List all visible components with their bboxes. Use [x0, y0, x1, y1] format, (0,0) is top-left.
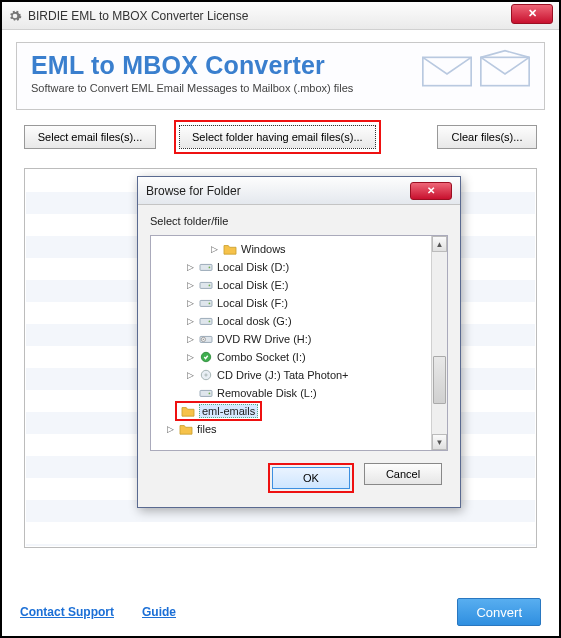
dialog-titlebar: Browse for Folder ✕	[138, 177, 460, 205]
expand-icon[interactable]: ▷	[185, 334, 195, 344]
cd-icon	[198, 368, 214, 382]
envelope-icon	[422, 49, 472, 89]
tree-node-label[interactable]: Combo Socket (I:)	[217, 351, 306, 363]
expand-icon[interactable]: ▷	[185, 316, 195, 326]
expand-icon[interactable]: ▷	[185, 352, 195, 362]
tree-node[interactable]: ▷DVD RW Drive (H:)	[155, 330, 447, 348]
tree-node[interactable]: ▷Local dosk (G:)	[155, 312, 447, 330]
dvd-icon	[198, 332, 214, 346]
dialog-close-button[interactable]: ✕	[410, 182, 452, 200]
tree-scrollbar[interactable]: ▲ ▼	[431, 236, 447, 450]
select-folder-highlight: Select folder having email files(s)...	[174, 120, 381, 154]
scroll-thumb[interactable]	[433, 356, 446, 404]
folder-icon	[180, 404, 196, 418]
expand-icon[interactable]: ▷	[209, 244, 219, 254]
dialog-button-row: OK Cancel	[150, 463, 448, 493]
browse-folder-dialog: Browse for Folder ✕ Select folder/file ▷…	[137, 176, 461, 508]
select-folder-button[interactable]: Select folder having email files(s)...	[179, 125, 376, 149]
expand-icon[interactable]: ▷	[185, 280, 195, 290]
select-email-files-button[interactable]: Select email files(s)...	[24, 125, 156, 149]
convert-button[interactable]: Convert	[457, 598, 541, 626]
ok-highlight: OK	[268, 463, 354, 493]
tree-node-label[interactable]: Removable Disk (L:)	[217, 387, 317, 399]
svg-point-3	[209, 267, 211, 269]
svg-point-5	[209, 285, 211, 287]
drive-icon	[198, 296, 214, 310]
drive-icon	[198, 314, 214, 328]
clear-files-button[interactable]: Clear files(s)...	[437, 125, 537, 149]
folder-icon	[178, 422, 194, 436]
svg-point-9	[209, 321, 211, 323]
tree-node[interactable]: ▷Windows	[155, 240, 447, 258]
svg-point-7	[209, 303, 211, 305]
tree-node-label[interactable]: DVD RW Drive (H:)	[217, 333, 312, 345]
tree-node-label[interactable]: Local Disk (E:)	[217, 279, 289, 291]
app-banner: EML to MBOX Converter Software to Conver…	[16, 42, 545, 110]
close-icon: ✕	[528, 7, 537, 20]
guide-link[interactable]: Guide	[142, 605, 176, 619]
footer: Contact Support Guide Convert	[2, 598, 559, 626]
expand-icon[interactable]: ▷	[185, 370, 195, 380]
tree-node-label[interactable]: Local Disk (D:)	[217, 261, 289, 273]
window-title: BIRDIE EML to MBOX Converter License	[28, 9, 511, 23]
svg-point-12	[203, 339, 204, 340]
tree-node-label[interactable]: Local dosk (G:)	[217, 315, 292, 327]
close-icon: ✕	[427, 185, 435, 196]
svg-point-15	[205, 374, 207, 376]
window-close-button[interactable]: ✕	[511, 4, 553, 24]
usb-icon	[198, 350, 214, 364]
expand-icon[interactable]: ▷	[165, 424, 175, 434]
dialog-title: Browse for Folder	[146, 184, 410, 198]
tree-node-label[interactable]: Windows	[241, 243, 286, 255]
dialog-body: Select folder/file ▷Windows▷Local Disk (…	[138, 205, 460, 507]
cancel-button[interactable]: Cancel	[364, 463, 442, 485]
folder-icon	[222, 242, 238, 256]
tree-node-label[interactable]: files	[197, 423, 217, 435]
scroll-down-button[interactable]: ▼	[432, 434, 447, 450]
drive-icon	[198, 386, 214, 400]
scroll-up-button[interactable]: ▲	[432, 236, 447, 252]
tree-node[interactable]: ▷CD Drive (J:) Tata Photon+	[155, 366, 447, 384]
tree-node[interactable]: eml-emails	[155, 402, 447, 420]
drive-icon	[198, 260, 214, 274]
contact-support-link[interactable]: Contact Support	[20, 605, 114, 619]
tree-node[interactable]: ▷Local Disk (F:)	[155, 294, 447, 312]
tree-node[interactable]: ▷Combo Socket (I:)	[155, 348, 447, 366]
envelope-icon	[480, 49, 530, 89]
folder-tree[interactable]: ▷Windows▷Local Disk (D:)▷Local Disk (E:)…	[150, 235, 448, 451]
tree-node-label[interactable]: CD Drive (J:) Tata Photon+	[217, 369, 349, 381]
gear-icon	[8, 9, 22, 23]
toolbar: Select email files(s)... Select folder h…	[2, 120, 559, 154]
svg-point-17	[209, 393, 211, 395]
main-titlebar: BIRDIE EML to MBOX Converter License ✕	[2, 2, 559, 30]
drive-icon	[198, 278, 214, 292]
tree-node-label[interactable]: eml-emails	[199, 404, 258, 418]
tree-node[interactable]: ▷Local Disk (D:)	[155, 258, 447, 276]
expand-icon[interactable]: ▷	[185, 262, 195, 272]
tree-node[interactable]: Removable Disk (L:)	[155, 384, 447, 402]
envelope-decoration	[422, 49, 530, 89]
selected-node-highlight: eml-emails	[175, 401, 262, 421]
expand-icon[interactable]: ▷	[185, 298, 195, 308]
tree-node[interactable]: ▷Local Disk (E:)	[155, 276, 447, 294]
ok-button[interactable]: OK	[272, 467, 350, 489]
tree-node-label[interactable]: Local Disk (F:)	[217, 297, 288, 309]
dialog-instruction: Select folder/file	[150, 215, 448, 227]
tree-node[interactable]: ▷files	[155, 420, 447, 438]
